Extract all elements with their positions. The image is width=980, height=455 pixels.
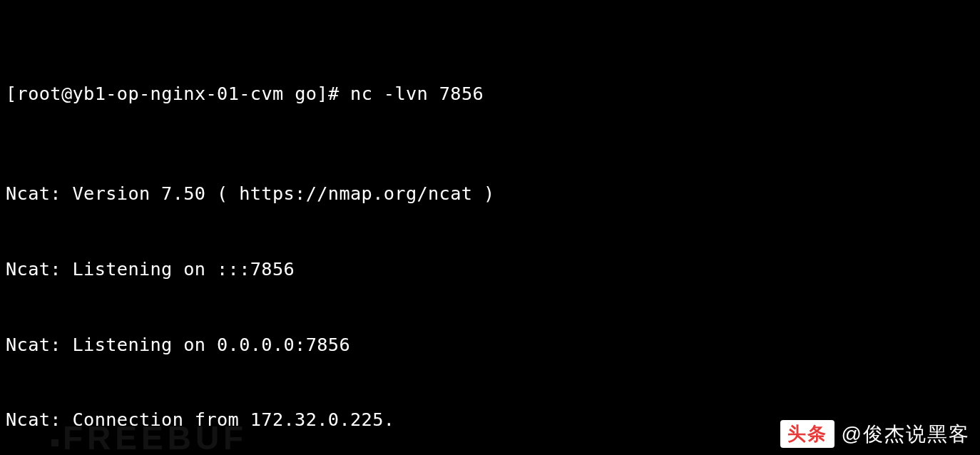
ncat-conn-1: Ncat: Connection from 172.32.0.225.	[6, 407, 974, 432]
prompt1-symbol: #	[328, 83, 340, 104]
ncat-version: Ncat: Version 7.50 ( https://nmap.org/nc…	[6, 181, 974, 206]
ncat-listen-ipv4: Ncat: Listening on 0.0.0.0:7856	[6, 332, 974, 357]
terminal-window[interactable]: [root@yb1-op-nginx-01-cvm go]# nc -lvn 7…	[0, 0, 980, 455]
prompt1-command: nc -lvn 7856	[350, 83, 484, 104]
prompt1-cwd: go	[295, 83, 317, 104]
prompt1-user: root	[17, 83, 61, 104]
prompt-line-1: [root@yb1-op-nginx-01-cvm go]# nc -lvn 7…	[6, 81, 974, 106]
ncat-listen-ipv6: Ncat: Listening on :::7856	[6, 257, 974, 282]
prompt1-host: yb1-op-nginx-01-cvm	[73, 83, 284, 104]
